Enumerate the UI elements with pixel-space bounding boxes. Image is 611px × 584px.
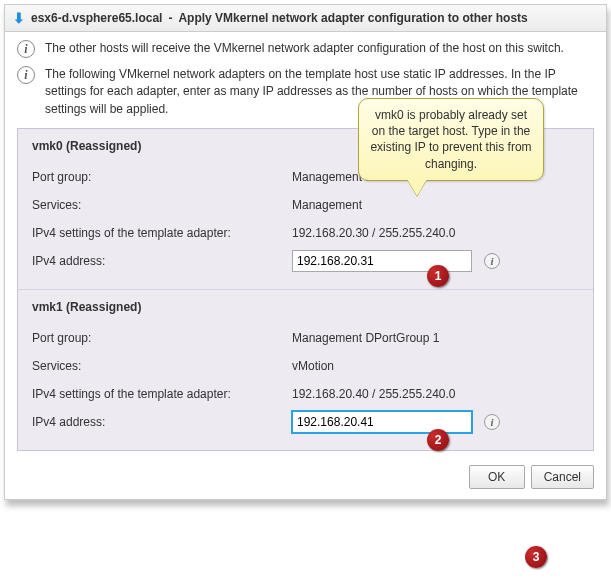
info-text-1: The other hosts will receive the VMkerne… [45,40,594,57]
annotation-callout: vmk0 is probably already set on the targ… [358,98,544,181]
label-services: Services: [32,198,292,212]
value-template-ipv4: 192.168.20.40 / 255.255.240.0 [292,387,579,401]
label-template-ipv4: IPv4 settings of the template adapter: [32,387,292,401]
label-services: Services: [32,359,292,373]
label-template-ipv4: IPv4 settings of the template adapter: [32,226,292,240]
help-icon[interactable]: i [484,414,500,430]
annotation-badge-1: 1 [427,265,449,287]
value-template-ipv4: 192.168.20.30 / 255.255.240.0 [292,226,579,240]
down-arrow-icon: ⬇ [13,11,25,25]
ok-button[interactable]: OK [469,465,525,489]
label-port-group: Port group: [32,170,292,184]
adapter-block-vmk1: vmk1 (Reassigned) Port group: Management… [18,290,593,450]
value-port-group: Management DPortGroup 1 [292,331,579,345]
title-host: esx6-d.vsphere65.local [31,11,162,25]
value-services: Management [292,198,579,212]
info-row-1: i The other hosts will receive the VMker… [17,40,594,58]
label-port-group: Port group: [32,331,292,345]
dialog-footer: OK Cancel [5,455,606,499]
info-icon: i [17,66,35,84]
annotation-badge-3: 3 [525,546,547,568]
info-icon: i [17,40,35,58]
label-ipv4-address: IPv4 address: [32,254,292,268]
adapter-title: vmk1 (Reassigned) [32,300,579,314]
cancel-button[interactable]: Cancel [531,465,594,489]
dialog-content: i The other hosts will receive the VMker… [5,32,606,455]
dialog: ⬇ esx6-d.vsphere65.local - Apply VMkerne… [4,4,607,500]
annotation-badge-2: 2 [427,429,449,451]
title-action: Apply VMkernel network adapter configura… [178,11,527,25]
titlebar: ⬇ esx6-d.vsphere65.local - Apply VMkerne… [5,5,606,32]
label-ipv4-address: IPv4 address: [32,415,292,429]
help-icon[interactable]: i [484,253,500,269]
ipv4-input-vmk1[interactable] [292,411,472,433]
value-services: vMotion [292,359,579,373]
